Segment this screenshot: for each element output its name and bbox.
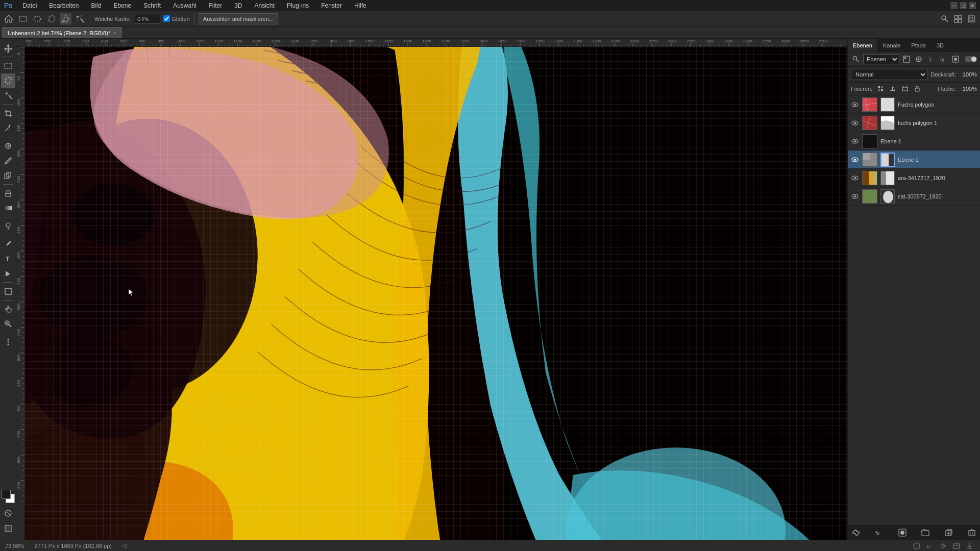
status-fx-icon[interactable]: fx <box>925 541 935 551</box>
smooth-label[interactable]: Glätten <box>163 15 189 22</box>
text-tool[interactable]: T <box>1 252 15 266</box>
close-button[interactable]: ✕ <box>969 2 976 9</box>
lasso-icon[interactable] <box>46 13 57 24</box>
lasso-tool[interactable] <box>1 73 15 88</box>
hand-tool[interactable] <box>1 302 15 316</box>
lock-all-icon[interactable] <box>912 84 922 94</box>
layer-filter-toggle[interactable] <box>965 56 977 62</box>
marquee-tool[interactable] <box>1 59 15 73</box>
marquee-rect-icon[interactable] <box>17 13 29 24</box>
layer-item-fuchs-polygon-1[interactable]: fuchs polygon 1 <box>848 114 980 132</box>
add-mask-icon[interactable] <box>897 528 908 538</box>
search-icon[interactable] <box>939 13 950 24</box>
layer-filter-select[interactable]: Ebenen <box>863 54 899 64</box>
add-link-icon[interactable] <box>851 528 861 538</box>
layer-mask-1 <box>880 116 895 130</box>
layer-item-fuchs-polygon[interactable]: Fuchs polygon <box>848 95 980 114</box>
svg-rect-26 <box>6 193 11 196</box>
eraser-tool[interactable] <box>1 186 15 201</box>
smooth-checkbox[interactable] <box>163 15 170 22</box>
tab-close-button[interactable]: × <box>113 30 116 36</box>
dodge-tool[interactable] <box>1 219 15 233</box>
fixieren-icons <box>875 84 935 94</box>
menu-fenster[interactable]: Fenster <box>319 1 344 10</box>
workspace-icon[interactable] <box>952 13 964 24</box>
status-expand-icon[interactable] <box>951 541 962 551</box>
new-group-icon[interactable] <box>920 528 930 538</box>
shape-tool[interactable] <box>1 284 15 298</box>
menu-plugins[interactable]: Plug-ins <box>285 1 311 10</box>
visibility-icon-2[interactable] <box>851 137 859 145</box>
more-tools-button[interactable] <box>1 335 15 349</box>
clone-tool[interactable] <box>1 168 15 183</box>
polygon-lasso-icon[interactable] <box>60 13 71 24</box>
layers-search-icon[interactable] <box>851 54 861 64</box>
layer-item-ebene-1[interactable]: Ebene 1 <box>848 132 980 151</box>
visibility-icon-1[interactable] <box>851 119 859 127</box>
status-info-icon[interactable] <box>912 541 922 551</box>
magic-wand-icon[interactable] <box>75 13 86 24</box>
layer-item-cat[interactable]: cat-300572_1920 <box>848 187 980 206</box>
edge-input[interactable] <box>135 14 160 24</box>
status-settings-icon[interactable] <box>938 541 948 551</box>
lock-transparent-icon[interactable] <box>875 84 886 94</box>
minimize-button[interactable]: ─ <box>950 2 958 9</box>
active-tab[interactable]: Unbenannt-2 bei 74% (Ebene 2, RGB/8)* × <box>2 27 122 38</box>
quick-mask-icon[interactable] <box>1 506 15 520</box>
heal-tool[interactable] <box>1 139 15 153</box>
tab-ebenen[interactable]: Ebenen <box>848 39 878 52</box>
zoom-tool[interactable] <box>1 317 15 331</box>
crop-tool[interactable] <box>1 106 15 120</box>
svg-rect-16 <box>970 17 973 20</box>
menu-schrift[interactable]: Schrift <box>141 1 163 10</box>
blend-mode-select[interactable]: Normal <box>851 69 927 80</box>
add-effects-icon[interactable]: fx <box>874 528 884 538</box>
layer-item-ebene-2[interactable]: Ebene 2 <box>848 151 980 169</box>
filter-text-icon[interactable]: T <box>926 54 936 64</box>
menu-hilfe[interactable]: Hilfe <box>352 1 369 10</box>
tab-pfade[interactable]: Pfade <box>906 39 932 52</box>
menu-ebene[interactable]: Ebene <box>111 1 133 10</box>
layer-mask-0 <box>880 97 895 112</box>
status-download-icon[interactable] <box>965 541 975 551</box>
home-icon[interactable] <box>3 13 14 24</box>
maximize-button[interactable]: □ <box>960 2 967 9</box>
filter-effects-icon[interactable]: fx <box>938 54 948 64</box>
move-tool[interactable] <box>1 41 15 55</box>
gradient-tool[interactable] <box>1 201 15 215</box>
menu-auswahl[interactable]: Auswahl <box>171 1 198 10</box>
filter-adjust-icon[interactable] <box>914 54 924 64</box>
tab-kanaele[interactable]: Kanäle <box>878 39 906 52</box>
menu-datei[interactable]: Datei <box>20 1 39 10</box>
select-mask-button[interactable]: Auswählen und maskieren... <box>199 13 278 24</box>
menu-3d[interactable]: 3D <box>232 1 244 10</box>
visibility-icon-0[interactable] <box>851 101 859 109</box>
tab-3d[interactable]: 3D <box>932 39 949 52</box>
fit-screen-icon[interactable] <box>966 13 977 24</box>
foreground-color[interactable] <box>2 490 11 499</box>
wand-tool[interactable] <box>1 88 15 103</box>
screen-mode-icon[interactable] <box>1 521 15 536</box>
pen-tool[interactable] <box>1 237 15 251</box>
layer-item-ara[interactable]: ara-3417217_1920 <box>848 169 980 187</box>
flache-label: Fläche: <box>938 86 956 92</box>
visibility-icon-4[interactable] <box>851 174 859 182</box>
filter-pixel-icon[interactable] <box>901 54 912 64</box>
filter-mask-icon[interactable] <box>950 54 961 64</box>
menu-filter[interactable]: Filter <box>207 1 225 10</box>
menu-bild[interactable]: Bild <box>89 1 103 10</box>
lock-artboard-icon[interactable] <box>900 84 910 94</box>
marquee-ellipse-icon[interactable] <box>32 13 43 24</box>
new-layer-icon[interactable] <box>944 528 954 538</box>
lock-move-icon[interactable] <box>888 84 898 94</box>
menu-ansicht[interactable]: Ansicht <box>253 1 277 10</box>
canvas-content[interactable] <box>24 47 847 540</box>
eyedropper-tool[interactable] <box>1 121 15 135</box>
menu-bearbeiten[interactable]: Bearbeiten <box>47 1 81 10</box>
delete-layer-icon[interactable] <box>967 528 977 538</box>
path-select-tool[interactable] <box>1 266 15 281</box>
visibility-icon-3[interactable] <box>851 156 859 164</box>
brush-tool[interactable] <box>1 154 15 168</box>
visibility-icon-5[interactable] <box>851 192 859 201</box>
status-icons-right: fx <box>912 541 975 551</box>
